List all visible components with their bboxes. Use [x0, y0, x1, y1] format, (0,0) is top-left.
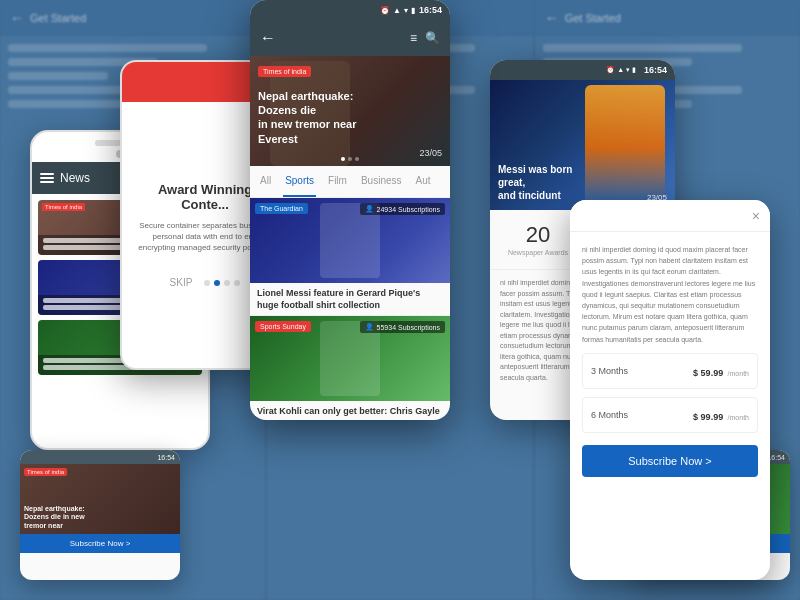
subscribe-content: ni nihl imperdiet doming id quod maxim p…	[570, 232, 770, 580]
news-item-sports[interactable]: 👤 55934 Subscriptions Sports Sunday Vira…	[250, 316, 450, 420]
skip-row: SKIP	[170, 277, 241, 288]
plan-price-1: $ 59.99	[693, 368, 723, 378]
news-item-guardian[interactable]: 👤 24934 Subscriptions The Guardian Lione…	[250, 198, 450, 316]
subscribe-header: ×	[570, 200, 770, 232]
hero-dot-1	[341, 157, 345, 161]
battery-icon: ▮	[411, 6, 415, 15]
tab-business[interactable]: Business	[359, 166, 404, 197]
bottom-left-title: Nepal earthquake: Dozens die in new trem…	[24, 505, 104, 530]
dot-2	[214, 280, 220, 286]
phone-right-hero: Messi was born great,and tincidunt 23/05	[490, 80, 675, 210]
bottom-left-time: 16:54	[157, 454, 175, 461]
status-icons: ⏰ ▲ ▾ ▮	[380, 6, 415, 15]
tab-sports[interactable]: Sports	[283, 166, 316, 197]
header-icons: ≡ 🔍	[410, 31, 440, 45]
search-icon[interactable]: 🔍	[425, 31, 440, 45]
tab-film[interactable]: Film	[326, 166, 349, 197]
bottom-right-time: 16:54	[767, 454, 785, 461]
plan-price-2: $ 99.99	[693, 412, 723, 422]
plan-duration-1: 3 Months	[591, 366, 628, 376]
hero-section: Times of india Nepal earthquake: Dozens …	[250, 56, 450, 166]
source-badge-guardian: The Guardian	[255, 203, 308, 214]
signal-icon: ▲	[393, 6, 401, 15]
close-button[interactable]: ×	[752, 208, 760, 224]
tab-all[interactable]: All	[258, 166, 273, 197]
filter-icon[interactable]: ≡	[410, 31, 417, 45]
hero-dot-3	[355, 157, 359, 161]
news-title-guardian: Lionel Messi feature in Gerard Pique's h…	[250, 283, 450, 315]
hamburger-icon	[40, 173, 54, 183]
phone-right-status: ⏰ ▲ ▾ ▮ 16:54	[490, 60, 675, 80]
status-time: 16:54	[419, 5, 442, 15]
person-icon-2: 👤	[365, 323, 374, 331]
newspaper-awards: 20 Newspaper Awards	[502, 222, 574, 257]
newspaper-award-count: 20	[502, 222, 574, 248]
phone-bottom-left: 16:54 Times of india Nepal earthquake: D…	[20, 450, 180, 580]
plan-duration-2: 6 Months	[591, 410, 628, 420]
phone-main: ⏰ ▲ ▾ ▮ 16:54 ← ≡ 🔍 Times of india Nepal…	[250, 0, 450, 420]
phone-subscribe: × ni nihl imperdiet doming id quod maxim…	[570, 200, 770, 580]
dot-4	[234, 280, 240, 286]
plan-6months[interactable]: 6 Months $ 99.99 /month	[582, 397, 758, 433]
subscribe-now-button[interactable]: Subscribe Now >	[582, 445, 758, 477]
bottom-left-subscribe[interactable]: Subscribe Now >	[20, 534, 180, 553]
hero-date: 23/05	[419, 148, 442, 158]
plan-3months[interactable]: 3 Months $ 59.99 /month	[582, 353, 758, 389]
news-tabs: All Sports Film Business Aut	[250, 166, 450, 198]
status-bar: ⏰ ▲ ▾ ▮ 16:54	[250, 0, 450, 20]
bottom-left-status: 16:54	[20, 450, 180, 464]
subscribe-lorem: ni nihl imperdiet doming id quod maxim p…	[582, 244, 758, 345]
hero-source-badge: Times of india	[258, 66, 311, 77]
news-list: 👤 24934 Subscriptions The Guardian Lione…	[250, 198, 450, 420]
alarm-icon: ⏰	[380, 6, 390, 15]
newspaper-award-label: Newspaper Awards	[502, 248, 574, 257]
skip-button[interactable]: SKIP	[170, 277, 193, 288]
subscriptions-badge-2: 👤 55934 Subscriptions	[360, 321, 445, 333]
messi-hero-text: Messi was born great,and tincidunt	[498, 163, 598, 202]
phone-news-title: News	[60, 171, 90, 185]
source-badge-sports: Sports Sunday	[255, 321, 311, 332]
pagination-dots	[204, 280, 240, 286]
wifi-icon: ▾	[404, 6, 408, 15]
dot-1	[204, 280, 210, 286]
phone-right-time: 16:54	[644, 65, 667, 75]
dot-3	[224, 280, 230, 286]
news-title-sports: Virat Kohli can only get better: Chris G…	[250, 401, 450, 420]
subscriptions-badge-1: 👤 24934 Subscriptions	[360, 203, 445, 215]
back-button[interactable]: ←	[260, 29, 276, 47]
hero-dots	[341, 157, 359, 161]
bottom-left-source: Times of india	[24, 468, 67, 476]
tab-auto[interactable]: Aut	[414, 166, 433, 197]
plan-period-2: /month	[728, 414, 749, 421]
person-icon: 👤	[365, 205, 374, 213]
hero-dot-2	[348, 157, 352, 161]
plan-period-1: /month	[728, 370, 749, 377]
phone-main-header: ← ≡ 🔍	[250, 20, 450, 56]
bottom-left-hero: Times of india Nepal earthquake: Dozens …	[20, 464, 180, 534]
hero-title: Nepal earthquake: Dozens diein new tremo…	[258, 89, 378, 146]
